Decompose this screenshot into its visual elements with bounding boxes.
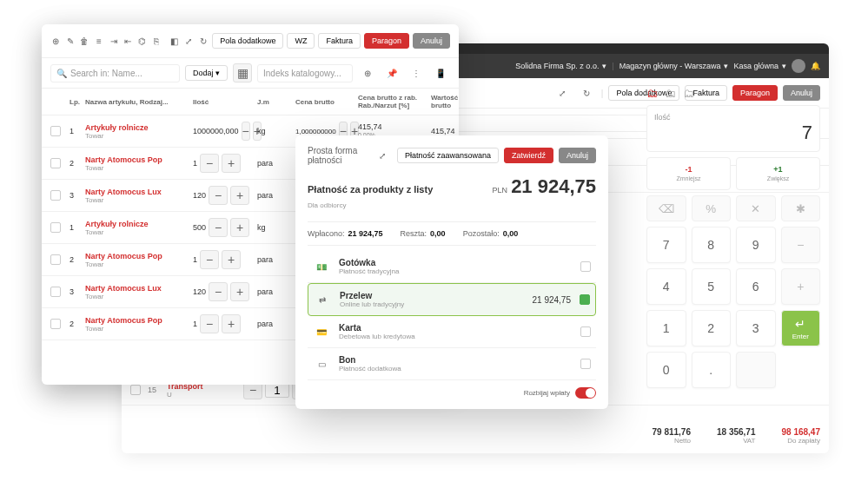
item-name[interactable]: Narty Atomocus Pop — [85, 316, 189, 325]
close-button[interactable]: ✕ — [736, 195, 776, 221]
minus-icon[interactable]: − — [209, 186, 228, 205]
key-dot[interactable]: . — [692, 352, 732, 388]
payment-checkbox[interactable] — [580, 326, 591, 337]
register-selector[interactable]: Kasa główna ▾ — [733, 62, 786, 70]
anuluj-button[interactable]: Anuluj — [413, 33, 450, 49]
row-checkbox[interactable] — [50, 190, 61, 201]
item-name[interactable]: Narty Atomocus Pop — [85, 252, 189, 260]
confirm-button[interactable]: Zatwierdź — [504, 148, 553, 163]
row-checkbox[interactable] — [50, 254, 61, 265]
percent-button[interactable]: % — [692, 195, 732, 221]
warehouse-selector[interactable]: Magazyn główny - Warszawa ▾ — [620, 62, 729, 70]
key-9[interactable]: 9 — [736, 227, 776, 263]
quantity-stepper[interactable]: 1 − + — [193, 250, 254, 269]
tab-icon[interactable]: 🗂 — [683, 87, 694, 100]
payment-method[interactable]: 💵 GotówkaPłatność tradycyjna — [308, 251, 596, 283]
quantity-stepper[interactable]: 1 − + — [193, 314, 254, 333]
row-checkbox[interactable] — [50, 222, 61, 233]
plus-icon[interactable]: + — [222, 154, 241, 173]
more-icon[interactable]: ⋮ — [407, 63, 426, 82]
expand-icon[interactable]: ⤢ — [553, 83, 572, 102]
device-icon[interactable]: 📱 — [431, 63, 450, 82]
catalog-search[interactable]: Indeks katalogowy... — [257, 64, 353, 82]
key-blank[interactable] — [736, 352, 776, 388]
key-plus[interactable]: + — [781, 268, 821, 305]
key-4[interactable]: 4 — [646, 268, 686, 305]
item-name[interactable]: Artykuły rolnicze — [85, 123, 189, 132]
key-3[interactable]: 3 — [736, 310, 776, 346]
item-name[interactable]: Artykuły rolnicze — [85, 220, 189, 228]
multiply-button[interactable]: ✱ — [781, 195, 821, 221]
company-selector[interactable]: Solidna Firma Sp. z o.o. ▾ — [515, 62, 606, 70]
tab-active-icon[interactable]: 🗂 — [646, 87, 658, 100]
quantity-stepper[interactable]: 1 − + — [193, 154, 254, 173]
minus-icon[interactable]: − — [209, 218, 228, 237]
quantity-stepper[interactable]: 500 − + — [193, 218, 254, 237]
key-0[interactable]: 0 — [646, 352, 686, 388]
copy-icon[interactable]: ⎘ — [151, 31, 162, 50]
payment-checkbox[interactable] — [580, 359, 591, 369]
grid-icon[interactable]: ▦ — [233, 63, 252, 82]
delete-icon[interactable]: 🗑 — [79, 31, 90, 50]
paragon-button[interactable]: Paragon — [364, 33, 409, 49]
key-8[interactable]: 8 — [692, 227, 732, 263]
advanced-payment-button[interactable]: Płatność zaawansowana — [397, 148, 499, 163]
payment-method[interactable]: 💳 KartaDebetowa lub kredytowa — [308, 316, 596, 348]
wz-button[interactable]: WZ — [287, 33, 315, 49]
payment-method[interactable]: ▭ BonPłatność dodatkowa — [308, 348, 596, 380]
faktura-button[interactable]: Faktura — [318, 33, 361, 49]
item-name[interactable]: Narty Atomocus Lux — [85, 188, 189, 196]
notification-icon[interactable]: 🔔 — [811, 62, 820, 70]
avatar[interactable] — [792, 59, 805, 73]
refresh-icon[interactable]: ↻ — [577, 83, 596, 102]
export-icon[interactable]: ⇥ — [108, 31, 119, 50]
payment-checkbox[interactable] — [580, 294, 590, 305]
expand-icon[interactable]: ⤢ — [373, 146, 392, 165]
minus-icon[interactable]: − — [200, 250, 219, 269]
plus-icon[interactable]: + — [230, 218, 249, 237]
row-checkbox[interactable] — [50, 287, 61, 297]
decrement-button[interactable]: -1Zmniejsz — [646, 157, 731, 190]
plus-icon[interactable]: + — [230, 186, 249, 205]
row-checkbox[interactable] — [50, 126, 61, 136]
pola-dodatkowe-button[interactable]: Pola dodatkowe — [212, 33, 283, 49]
plus-icon[interactable]: + — [230, 282, 249, 301]
payment-method[interactable]: ⇄ PrzelewOnline lub tradycyjny 21 924,75 — [308, 283, 596, 316]
add-icon[interactable]: ⊕ — [50, 31, 62, 50]
minus-icon[interactable]: − — [200, 154, 219, 173]
minus-icon[interactable]: − — [209, 282, 228, 301]
backspace-button[interactable]: ⌫ — [646, 195, 686, 221]
import-icon[interactable]: ⇤ — [123, 31, 134, 50]
key-7[interactable]: 7 — [646, 227, 686, 263]
item-name[interactable]: Narty Atomocus Lux — [85, 284, 189, 293]
plus-icon[interactable]: + — [222, 250, 241, 269]
key-2[interactable]: 2 — [692, 310, 732, 346]
key-5[interactable]: 5 — [692, 268, 732, 305]
minus-icon[interactable]: − — [242, 122, 250, 141]
minus-icon[interactable]: − — [200, 314, 219, 333]
target-icon[interactable]: ⊕ — [358, 63, 377, 82]
toggle-switch[interactable] — [575, 387, 596, 399]
quantity-stepper[interactable]: 1000000,000 − + — [193, 122, 254, 141]
list-icon[interactable]: ≡ — [94, 31, 105, 50]
payment-checkbox[interactable] — [580, 261, 591, 272]
row-checkbox[interactable] — [50, 158, 61, 168]
quantity-stepper[interactable]: 120 − + — [193, 186, 254, 205]
key-enter[interactable]: ↵Enter — [781, 310, 821, 346]
window-icon[interactable]: ◧ — [169, 31, 181, 50]
row-checkbox[interactable] — [130, 385, 141, 395]
key-1[interactable]: 1 — [646, 310, 686, 346]
increment-button[interactable]: +1Zwiększ — [736, 157, 820, 190]
tab-icon[interactable]: 🗂 — [665, 87, 676, 100]
split-payment-toggle[interactable]: Rozbijaj wpłaty — [308, 380, 596, 399]
key-minus[interactable]: − — [781, 227, 821, 263]
expand-icon[interactable]: ⤢ — [183, 31, 195, 50]
pin-icon[interactable]: 📌 — [382, 63, 401, 82]
dodaj-button[interactable]: Dodaj ▾ — [185, 65, 228, 81]
edit-icon[interactable]: ✎ — [65, 31, 76, 50]
row-checkbox[interactable] — [50, 319, 61, 329]
cancel-button[interactable]: Anuluj — [559, 148, 596, 163]
plus-icon[interactable]: + — [222, 314, 241, 333]
key-6[interactable]: 6 — [736, 268, 776, 305]
quantity-stepper[interactable]: 120 − + — [193, 282, 254, 301]
